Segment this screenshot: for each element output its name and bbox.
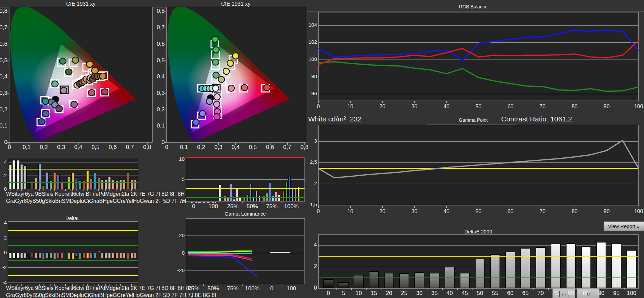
sat-bar: [249, 184, 252, 201]
sat-green-line: [186, 197, 304, 198]
sat-bar: [278, 195, 280, 201]
deltal-gridline: [8, 283, 138, 283]
cc-y-label: 4: [0, 159, 7, 165]
cie2-diagram-y-tick: 0,5: [146, 57, 165, 64]
sat-bar: [282, 190, 285, 201]
deltae2000-tickmark: [548, 288, 549, 290]
gamma-curve: [318, 125, 639, 206]
cie2-diagram-x-tick: 0,7: [283, 144, 291, 151]
cc-yellow-line: [8, 169, 138, 170]
gamut-luminance-title: Gamut Luminance: [225, 211, 266, 217]
deltal-bar: [119, 253, 122, 258]
deltal-bar: [75, 253, 78, 257]
contrast-ratio-text: Contrast Ratio: 1061,2: [501, 115, 572, 123]
sat-y-label: 5: [174, 176, 185, 182]
deltal-bar: [123, 253, 126, 258]
deltal-bar: [28, 253, 30, 259]
deltae2000-tickmark: [624, 288, 624, 290]
gamut-tickmark: [184, 284, 184, 286]
cie2-diagram-x-tickmark: [167, 143, 167, 145]
gamma-x-tickmark: [607, 206, 607, 208]
deltae2000-x-label: 100: [627, 290, 636, 297]
sat-gridline: [186, 179, 304, 180]
rgb-x-tickmark: [382, 101, 383, 103]
deltal-bar: [17, 253, 19, 259]
rgb-x-label: 20: [379, 104, 385, 110]
cc-bar: [130, 179, 133, 189]
rgb-balance-lines: [318, 12, 639, 101]
gamut-tickmark: [262, 284, 262, 286]
sat-x-label: 0: [192, 203, 195, 210]
deltae2000-x-label: 85: [583, 290, 589, 297]
deltal-bar: [35, 253, 37, 258]
gamma-x-label: 50: [476, 209, 482, 215]
rgb-x-label: 0: [317, 104, 320, 110]
deltae2000-x-label: 80: [568, 290, 574, 297]
deltae2000-bar: [399, 273, 409, 288]
cie1-diagram-x-tick: 0: [8, 144, 11, 151]
deltal-bar: [9, 253, 12, 258]
deltae2000-x-label: 50: [477, 290, 483, 297]
cc-bar: [42, 185, 45, 189]
sat-bar: [258, 196, 261, 201]
gamma-x-tickmark: [479, 206, 479, 208]
cie1-diagram-x-tickmark: [96, 143, 96, 145]
rgb-x-tickmark: [318, 101, 319, 103]
deltal-bar: [94, 253, 96, 259]
deltal-bar: [42, 253, 45, 259]
cc-bar: [104, 180, 107, 189]
rgb-x-tickmark: [575, 101, 575, 103]
deltae2000-y-label: 4: [307, 242, 317, 248]
deltae2000-bar: [414, 272, 424, 288]
rgb-x-label: 80: [572, 104, 578, 110]
gamut-x-label: 100: [287, 285, 296, 292]
gamma-x-tickmark: [414, 206, 415, 208]
cie1-diagram-y-tick: 0,4: [0, 73, 7, 80]
cie1-diagram-x-tickmark: [78, 143, 78, 145]
cc-bar: [86, 171, 89, 189]
deltae2000-tickmark: [442, 288, 443, 290]
cc-bar: [64, 188, 67, 189]
cie1-diagram-y-tick: 0,6: [0, 41, 7, 47]
cc-bar: [38, 164, 41, 189]
cie1-diagram-x-tick: 0,7: [126, 144, 134, 151]
sat-x-label: 75%: [266, 203, 278, 210]
deltae2000-x-label: 5: [342, 290, 345, 297]
cc-bar: [97, 178, 100, 189]
deltae2000-tickmark: [397, 288, 397, 290]
deltal-bar: [108, 253, 111, 258]
gamma-x-tickmark: [382, 206, 383, 208]
cc-bar: [61, 182, 63, 189]
deltal-bar: [112, 253, 115, 259]
cc-y-label: 0: [0, 186, 7, 192]
deltal-bar: [104, 253, 107, 258]
rgb-x-label: 30: [411, 104, 417, 110]
cie2-diagram-x-tickmark: [184, 143, 184, 145]
rgb-title-underline: [307, 11, 644, 11]
cie2-diagram-x-tick: 0,8: [300, 144, 309, 151]
deltal-bar: [20, 253, 23, 258]
deltae2000-x-label: 95: [613, 290, 620, 297]
view-report-button[interactable]: View Report »: [604, 221, 644, 231]
rgb-x-tickmark: [479, 101, 479, 103]
deltal-bar: [130, 253, 133, 258]
cie1-diagram-y-tickmark: [7, 142, 9, 143]
deltal-y-label: 4: [0, 220, 7, 225]
cie1-diagram-y-tick: 0,5: [0, 57, 7, 64]
cc-bar: [127, 173, 129, 189]
deltae2000-tickmark: [518, 288, 518, 290]
deltae2000-y-label: 2: [307, 263, 317, 269]
deltal-x-labels-row1: WSitayr6ya 9BSleis Kooreltl6ctw BFrlePdM…: [6, 285, 192, 291]
cc-bar: [53, 173, 56, 189]
gamma-x-tickmark: [446, 206, 447, 208]
gamma-x-tickmark: [350, 206, 351, 208]
sat-tickmark: [223, 201, 223, 203]
deltae2000-x-label: 90: [598, 290, 605, 297]
deltal-bar: [24, 253, 27, 259]
sat-x-label: 100: [208, 203, 218, 210]
cie2-diagram: [167, 7, 306, 142]
gamut-tickmark: [243, 284, 243, 286]
gamma-x-label: 60: [508, 209, 514, 215]
deltal-gridline: [8, 238, 138, 238]
cie2-diagram-y-tickmark: [164, 61, 166, 61]
